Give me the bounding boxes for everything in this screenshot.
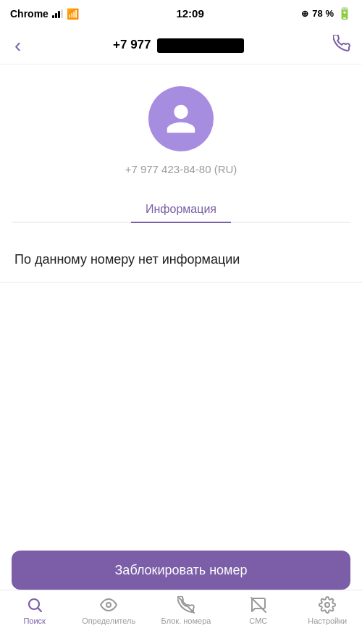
battery-icon: 🔋 bbox=[337, 7, 352, 20]
bottom-nav-sms[interactable]: СМС bbox=[237, 596, 280, 625]
gear-icon bbox=[319, 596, 336, 614]
status-right: ⊕ 78 % 🔋 bbox=[301, 7, 352, 20]
bottom-nav-settings[interactable]: Настройки bbox=[306, 596, 349, 625]
wifi-icon: 📶 bbox=[67, 8, 79, 20]
phone-prefix: +7 977 bbox=[113, 38, 154, 51]
no-info-section: По данному номеру нет информации bbox=[0, 223, 362, 283]
block-button-section: Заблокировать номер bbox=[12, 551, 350, 590]
bottom-nav-block-label: Блок. номера bbox=[161, 616, 211, 625]
nav-title: +7 977 bbox=[24, 38, 333, 53]
bottom-nav-caller-id-label: Определитель bbox=[82, 616, 135, 625]
contact-section: +7 977 423-84-80 (RU) bbox=[0, 64, 362, 197]
bottom-nav: Поиск Определитель Блок. номера СМС Наст… bbox=[0, 590, 362, 644]
svg-line-1 bbox=[38, 609, 41, 611]
bottom-nav-caller-id[interactable]: Определитель bbox=[82, 596, 135, 625]
signal-icon bbox=[52, 9, 63, 18]
battery-text: 78 % bbox=[312, 8, 334, 19]
bottom-nav-settings-label: Настройки bbox=[308, 616, 347, 625]
tabs-section: Информация bbox=[12, 197, 350, 223]
svg-point-2 bbox=[106, 603, 111, 607]
bottom-nav-search[interactable]: Поиск bbox=[13, 596, 56, 625]
search-icon bbox=[26, 596, 43, 614]
svg-point-5 bbox=[325, 603, 329, 607]
tab-information[interactable]: Информация bbox=[131, 197, 231, 223]
call-button[interactable] bbox=[333, 35, 350, 57]
back-button[interactable]: ‹ bbox=[12, 31, 24, 60]
block-icon bbox=[177, 596, 195, 614]
phone-number-full: +7 977 423-84-80 (RU) bbox=[125, 163, 237, 175]
eye-icon bbox=[100, 596, 117, 614]
sms-icon bbox=[250, 596, 267, 614]
status-bar: Chrome 📶 12:09 ⊕ 78 % 🔋 bbox=[0, 0, 362, 27]
satellite-icon: ⊕ bbox=[301, 9, 308, 19]
status-left: Chrome 📶 bbox=[10, 8, 79, 20]
hidden-number bbox=[157, 38, 244, 53]
clock: 12:09 bbox=[176, 7, 203, 20]
nav-header: ‹ +7 977 bbox=[0, 27, 362, 64]
bottom-nav-block[interactable]: Блок. номера bbox=[161, 596, 211, 625]
bottom-nav-sms-label: СМС bbox=[249, 616, 267, 625]
main-content bbox=[0, 283, 362, 500]
avatar bbox=[148, 86, 214, 151]
bottom-nav-search-label: Поиск bbox=[23, 616, 45, 625]
app-name: Chrome bbox=[10, 8, 49, 20]
block-button[interactable]: Заблокировать номер bbox=[12, 551, 350, 590]
no-info-text: По данному номеру нет информации bbox=[14, 252, 348, 267]
